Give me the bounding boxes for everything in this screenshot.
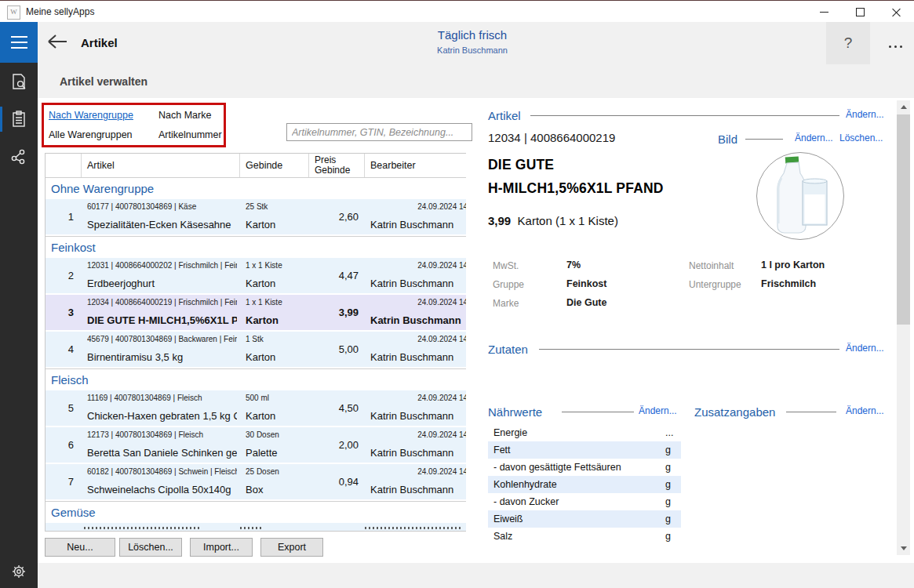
row-price: 0,94 — [339, 476, 359, 488]
table-row[interactable]: 1 60177 | 4007801304869 | KäseSpezialitä… — [46, 199, 466, 236]
row-name: Chicken-Haxen gebraten 1,5 kg C... — [87, 410, 237, 422]
row-editor: Katrin Buschmann — [370, 314, 466, 326]
table-row[interactable]: 5 11169 | 4007801304869 | FleischChicken… — [46, 390, 466, 427]
filter-alle-warengruppen-link[interactable]: Alle Warengruppen — [49, 129, 133, 140]
share-network-icon — [10, 148, 27, 165]
article-price-line: 3,99 Karton (1 x 1 Kiste) — [488, 214, 618, 227]
filter-by-warengruppe-link[interactable]: Nach Warengruppe — [49, 110, 133, 121]
help-button[interactable]: ? — [826, 22, 870, 64]
nettoinhalt-label: Nettoinhalt — [689, 260, 734, 271]
row-pack: Karton — [246, 351, 306, 363]
table-row[interactable]: 4 45679 | 4007801304869 | Backwaren | Fe… — [46, 332, 466, 368]
naehrwerte-change-link[interactable]: Ändern... — [639, 405, 677, 416]
store-block: Täglich frisch Katrin Buschmann — [315, 28, 629, 55]
article-id: 12034 | 4008664000219 — [488, 131, 615, 144]
filter-artikelnummer-link[interactable]: Artikelnummer — [158, 129, 222, 140]
store-name: Täglich frisch — [315, 28, 629, 42]
row-meta: 60177 | 4007801304869 | Käse — [87, 202, 237, 211]
artikel-change-link[interactable]: Ändern... — [846, 109, 884, 120]
nutrition-row: Eiweißg — [488, 510, 681, 528]
row-date: 24.09.2024 14:10 — [370, 394, 466, 402]
row-price: 4,50 — [339, 402, 359, 414]
page-title: Artikel — [81, 36, 118, 49]
table-row-selected[interactable]: 3 12034 | 4008664000219 | Frischmilch | … — [46, 295, 466, 332]
article-price-unit: Karton (1 x 1 Kiste) — [518, 214, 618, 227]
untergruppe-label: Untergruppe — [689, 279, 741, 290]
row-name: DIE GUTE H-MILCH1,5%6X1L PF... — [87, 314, 237, 326]
zutaten-change-link[interactable]: Ändern... — [846, 343, 884, 354]
detail-section-zutaten: Zutaten — [488, 343, 528, 356]
filter-by-marke-link[interactable]: Nach Marke — [158, 110, 211, 121]
article-image — [756, 151, 845, 241]
sidebar-item-share[interactable] — [0, 141, 38, 172]
row-price: 4,47 — [339, 270, 359, 281]
row-price: 2,60 — [339, 211, 359, 223]
maximize-button[interactable] — [842, 1, 878, 23]
nettoinhalt-value: 1 l pro Karton — [761, 260, 825, 270]
row-pack: Karton — [246, 314, 306, 326]
column-header-bearbeiter[interactable]: Bearbeiter — [365, 154, 466, 177]
row-editor: Katrin Buschmann — [370, 219, 466, 230]
untergruppe-value: Frischmilch — [761, 278, 816, 289]
column-header-preis-gebinde[interactable]: Preis Gebinde — [309, 154, 365, 177]
row-date: 24.09.2024 14:10 — [370, 335, 466, 343]
settings-button[interactable] — [0, 558, 38, 585]
group-header-gemuese[interactable]: Gemüse — [46, 501, 466, 523]
row-number: 6 — [46, 427, 82, 463]
row-date: 24.09.2024 14:10 — [370, 202, 466, 211]
delete-button[interactable]: Löschen... — [119, 538, 182, 557]
more-icon — [889, 45, 891, 48]
row-number: 1 — [46, 199, 82, 234]
back-button[interactable] — [46, 32, 69, 51]
detail-section-bild: Bild — [718, 132, 737, 146]
sidebar — [0, 22, 38, 588]
table-row[interactable]: 6 12173 | 4007801304869 | FleischBeretta… — [46, 427, 466, 464]
sidebar-item-search-documents[interactable] — [0, 66, 38, 97]
sidebar-item-articles[interactable] — [0, 103, 38, 135]
bild-change-link[interactable]: Ändern... — [795, 132, 833, 143]
search-input[interactable] — [286, 123, 472, 141]
new-button[interactable]: Neu... — [45, 538, 115, 557]
export-button[interactable]: Export — [260, 538, 323, 557]
divider — [562, 412, 634, 412]
row-name: Spezialitäten-Ecken Käsesahne — [87, 219, 237, 230]
scroll-up-button[interactable] — [897, 100, 910, 114]
detail-scrollbar[interactable] — [897, 100, 910, 555]
mwst-value: 7% — [566, 260, 581, 270]
scroll-down-button[interactable] — [897, 542, 910, 555]
row-meta: 12173 | 4007801304869 | Fleisch — [87, 430, 237, 439]
row-pack: Palette — [246, 447, 306, 459]
title-bar: W Meine sellyApps — [0, 0, 914, 22]
row-price: 3,99 — [339, 307, 359, 318]
column-header-artikel[interactable]: Artikel — [82, 154, 240, 177]
table-actions: Neu... Löschen... Import... Export — [45, 538, 323, 557]
group-header-fleisch[interactable]: Fleisch — [46, 368, 466, 390]
zusatzangaben-change-link[interactable]: Ändern... — [846, 405, 884, 416]
article-name-line1: DIE GUTE — [488, 157, 554, 173]
row-unit: 1 Stk — [246, 335, 306, 343]
row-number: 2 — [46, 258, 82, 293]
divider — [530, 115, 839, 116]
row-price: 5,00 — [339, 343, 359, 355]
column-header-gebinde[interactable]: Gebinde — [240, 154, 309, 177]
import-button[interactable]: Import... — [190, 538, 253, 557]
group-header-feinkost[interactable]: Feinkost — [46, 236, 466, 258]
more-button[interactable] — [882, 41, 909, 52]
column-header-number — [46, 154, 82, 177]
gruppe-value: Feinkost — [566, 278, 606, 289]
table-row[interactable]: 2 12031 | 4008664000202 | Frischmilch | … — [46, 258, 466, 295]
gruppe-label: Gruppe — [493, 279, 524, 290]
table-row-clipped[interactable] — [46, 523, 466, 532]
hamburger-menu-button[interactable] — [0, 22, 38, 63]
group-header-ohne-warengruppe[interactable]: Ohne Warengruppe — [46, 177, 466, 199]
row-meta: 12031 | 4008664000202 | Frischmilch | Fe… — [87, 261, 237, 270]
bild-delete-link[interactable]: Löschen... — [839, 132, 883, 143]
minimize-button[interactable] — [806, 1, 842, 23]
back-arrow-icon — [46, 32, 69, 51]
scroll-down-icon — [901, 546, 907, 550]
row-unit: 1 x 1 Kiste — [246, 298, 306, 307]
close-button[interactable] — [878, 1, 914, 23]
row-date: 24.09.2024 14:10 — [370, 430, 466, 439]
scrollbar-thumb[interactable] — [897, 114, 910, 325]
table-row[interactable]: 7 60182 | 4007801304869 | Schwein | Flei… — [46, 464, 466, 501]
